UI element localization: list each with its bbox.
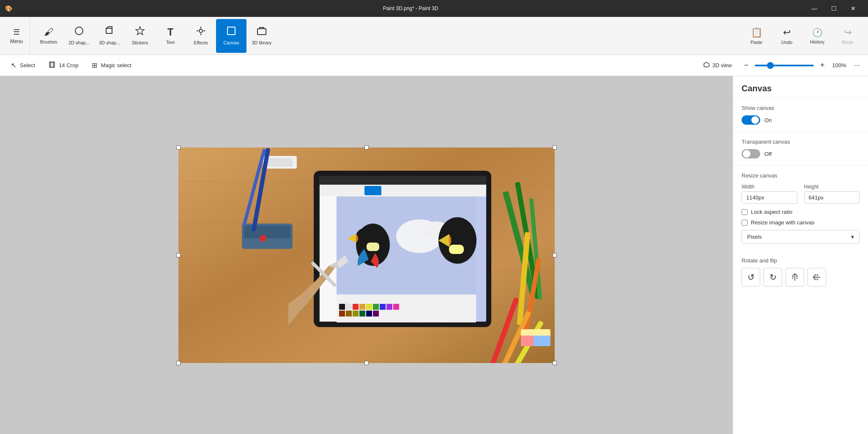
handle-bottom-left[interactable]: [176, 361, 181, 365]
toolbar-item-stickers[interactable]: Stickers: [125, 19, 155, 53]
paste-icon: 📋: [751, 27, 762, 38]
svg-rect-53: [346, 304, 352, 310]
chevron-down-icon: ▾: [851, 234, 854, 240]
lock-aspect-ratio-row[interactable]: Lock aspect ratio: [742, 209, 860, 215]
resize-with-canvas-label: Resize image with canvas: [751, 219, 814, 226]
menu-button[interactable]: ☰ Menu: [3, 17, 30, 55]
redo-button[interactable]: ↪ Redo: [834, 19, 861, 53]
canvas-image: [178, 147, 555, 363]
canvas-area[interactable]: [0, 76, 733, 434]
toolbar-item-2d-shapes[interactable]: 2D shap...: [64, 19, 94, 53]
toolbar-item-text[interactable]: T Text: [155, 19, 186, 53]
redo-label: Redo: [842, 40, 853, 45]
select-icon: ↖: [11, 61, 16, 69]
height-col: Height: [804, 184, 860, 204]
transparent-canvas-toggle[interactable]: [742, 149, 760, 158]
2dshapes-icon: [74, 26, 84, 38]
svg-rect-41: [364, 186, 381, 195]
height-input[interactable]: [804, 191, 860, 204]
history-button[interactable]: 🕐 History: [804, 19, 831, 53]
brushes-label: Brushes: [40, 39, 57, 45]
show-canvas-label: Show canvas: [742, 105, 860, 111]
zoom-value: 100%: [831, 62, 848, 68]
rotate-right-button[interactable]: ↻: [764, 268, 782, 287]
svg-rect-48: [367, 243, 379, 251]
3dshapes-label: 3D shap...: [99, 40, 120, 46]
select-tool[interactable]: ↖ Select: [5, 59, 41, 72]
resize-with-canvas-row[interactable]: Resize image with canvas: [742, 219, 860, 226]
height-label: Height: [804, 184, 860, 190]
panel-title: Canvas: [733, 76, 868, 98]
transparent-canvas-label: Transparent canvas: [742, 139, 860, 145]
3dlibrary-label: 3D library: [252, 40, 271, 46]
main-toolbar: ☰ Menu 🖌 Brushes 2D shap... 3D shap... S…: [0, 17, 868, 55]
magic-select-tool[interactable]: ⊞ Magic select: [86, 59, 137, 72]
zoom-slider[interactable]: [755, 65, 814, 66]
flip-vertical-button[interactable]: [808, 268, 826, 287]
width-input[interactable]: [742, 191, 797, 204]
svg-rect-52: [339, 304, 345, 310]
svg-rect-61: [339, 311, 345, 317]
crop-tool[interactable]: 14 Crop: [43, 59, 84, 72]
svg-rect-57: [373, 304, 379, 310]
show-canvas-thumb: [751, 116, 759, 124]
lock-aspect-ratio-checkbox[interactable]: [742, 209, 748, 215]
resize-with-canvas-checkbox[interactable]: [742, 220, 748, 226]
zoom-out-button[interactable]: −: [740, 60, 752, 71]
zoom-controls: − + 100%: [740, 60, 848, 71]
svg-rect-23: [244, 226, 290, 238]
history-label: History: [810, 39, 824, 44]
show-canvas-section: Show canvas On: [733, 98, 868, 132]
svg-rect-1: [106, 28, 112, 33]
svg-rect-63: [353, 311, 359, 317]
transparent-canvas-state: Off: [764, 151, 772, 157]
width-col: Width: [742, 184, 797, 204]
effects-icon: [196, 26, 206, 38]
svg-rect-21: [267, 158, 293, 167]
magic-select-label: Magic select: [101, 62, 131, 68]
paste-label: Paste: [750, 40, 762, 45]
svg-rect-65: [366, 311, 372, 317]
handle-top-left[interactable]: [176, 145, 181, 150]
effects-label: Effects: [194, 40, 208, 46]
minimize-button[interactable]: —: [805, 0, 824, 17]
toolbar-item-canvas[interactable]: Canvas: [216, 19, 246, 53]
svg-rect-59: [386, 304, 392, 310]
maximize-button[interactable]: ☐: [824, 0, 843, 17]
menu-label: Menu: [10, 38, 23, 44]
magic-select-icon: ⊞: [92, 61, 97, 69]
zoom-in-button[interactable]: +: [816, 60, 828, 71]
svg-point-0: [75, 27, 83, 35]
resize-canvas-section: Resize canvas Width Height Lock aspect r…: [733, 166, 868, 257]
paste-button[interactable]: 📋 Paste: [743, 19, 770, 53]
toolbar-item-brushes[interactable]: 🖌 Brushes: [33, 19, 64, 53]
toolbar-item-effects[interactable]: Effects: [186, 19, 216, 53]
toolbar-item-3d-library[interactable]: 3D library: [246, 19, 277, 53]
handle-bottom-right[interactable]: [553, 361, 557, 365]
undo-button[interactable]: ↩ Undo: [773, 19, 800, 53]
undo-icon: ↩: [783, 27, 791, 38]
handle-top-right[interactable]: [553, 145, 557, 150]
show-canvas-toggle[interactable]: [742, 115, 760, 125]
menu-icon: ☰: [13, 27, 20, 37]
show-canvas-state: On: [764, 117, 772, 123]
units-dropdown[interactable]: Pixels ▾: [742, 230, 860, 244]
more-options-button[interactable]: ···: [851, 60, 863, 71]
transparent-canvas-toggle-row: Off: [742, 149, 860, 158]
view-3d-button[interactable]: 3D view: [698, 59, 737, 72]
handle-bottom-center[interactable]: [364, 361, 369, 365]
svg-rect-10: [49, 62, 55, 67]
handle-mid-right[interactable]: [553, 253, 557, 257]
close-button[interactable]: ✕: [843, 0, 863, 17]
flip-horizontal-button[interactable]: [786, 268, 804, 287]
window-controls: — ☐ ✕: [805, 0, 863, 17]
handle-top-center[interactable]: [364, 145, 369, 150]
history-icon: 🕐: [812, 27, 823, 38]
rotate-left-button[interactable]: ↺: [742, 268, 760, 287]
toolbar-item-3d-shapes[interactable]: 3D shap...: [94, 19, 125, 53]
svg-rect-42: [320, 197, 337, 322]
image-container: [178, 147, 555, 363]
redo-icon: ↪: [844, 27, 852, 38]
handle-mid-left[interactable]: [176, 253, 181, 257]
svg-rect-64: [359, 311, 365, 317]
